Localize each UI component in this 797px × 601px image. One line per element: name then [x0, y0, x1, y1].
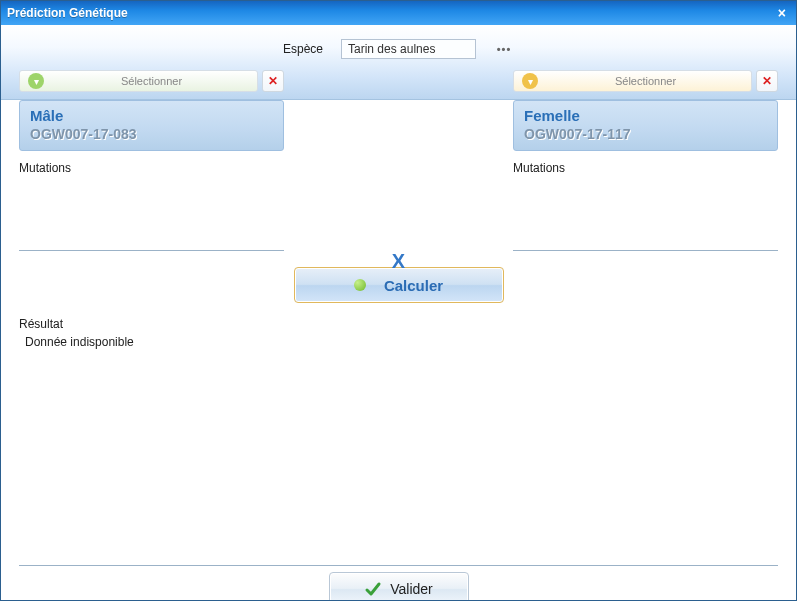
species-label: Espèce: [283, 42, 323, 56]
male-mutations-label: Mutations: [19, 161, 284, 175]
female-mutations-area: [513, 179, 778, 251]
female-card-col: Femelle OGW007-17-117 Mutations: [513, 100, 778, 251]
female-card: Femelle OGW007-17-117: [513, 100, 778, 151]
calculate-label: Calculer: [384, 277, 443, 294]
window-title: Prédiction Génétique: [7, 6, 774, 20]
titlebar: Prédiction Génétique ×: [1, 1, 796, 25]
male-selector-row: ▾ Sélectionner ✕: [19, 69, 284, 93]
female-column: ▾ Sélectionner ✕: [513, 67, 778, 99]
female-code: OGW007-17-117: [524, 126, 767, 142]
result-label: Résultat: [19, 317, 778, 331]
female-title: Femelle: [524, 107, 767, 124]
female-mutations-label: Mutations: [513, 161, 778, 175]
male-code: OGW007-17-083: [30, 126, 273, 142]
species-input[interactable]: [341, 39, 476, 59]
male-select-button[interactable]: ▾ Sélectionner: [19, 70, 258, 92]
footer: Valider: [19, 566, 778, 601]
arrow-down-icon: ▾: [28, 73, 44, 89]
calc-dot-icon: [354, 279, 366, 291]
male-card-col: Mâle OGW007-17-083 Mutations: [19, 100, 284, 251]
window-root: Prédiction Génétique × Espèce ••• ▾ Séle…: [0, 0, 797, 601]
female-select-label: Sélectionner: [548, 75, 743, 87]
pair-columns: ▾ Sélectionner ✕ ▾ Sélectionner: [19, 67, 778, 99]
validate-button[interactable]: Valider: [329, 572, 469, 601]
female-clear-button[interactable]: ✕: [756, 70, 778, 92]
male-card: Mâle OGW007-17-083: [19, 100, 284, 151]
clear-icon: ✕: [268, 74, 278, 88]
male-select-label: Sélectionner: [54, 75, 249, 87]
validate-label: Valider: [390, 581, 433, 597]
pair-card-row: Mâle OGW007-17-083 Mutations X Femelle O…: [19, 100, 778, 251]
header-band: Espèce ••• ▾ Sélectionner ✕: [1, 25, 796, 100]
species-browse-button[interactable]: •••: [494, 39, 514, 59]
male-clear-button[interactable]: ✕: [262, 70, 284, 92]
clear-icon: ✕: [762, 74, 772, 88]
check-icon: [364, 580, 382, 598]
male-column: ▾ Sélectionner ✕: [19, 67, 284, 99]
cross-icon: X: [392, 250, 405, 273]
female-selector-row: ▾ Sélectionner ✕: [513, 69, 778, 93]
result-value: Donnée indisponible: [19, 335, 778, 349]
close-icon[interactable]: ×: [774, 5, 790, 21]
female-select-button[interactable]: ▾ Sélectionner: [513, 70, 752, 92]
species-row: Espèce •••: [1, 25, 796, 59]
male-mutations-area: [19, 179, 284, 251]
arrow-down-icon: ▾: [522, 73, 538, 89]
male-title: Mâle: [30, 107, 273, 124]
